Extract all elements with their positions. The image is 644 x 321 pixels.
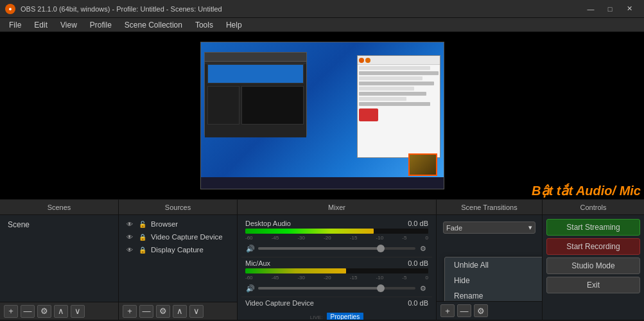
mixer-meter-desktop: [245, 229, 428, 234]
transitions-panel-header: Scene Transitions: [437, 200, 543, 214]
remove-scene-button[interactable]: —: [21, 305, 35, 318]
mixer-track-video-name: Video Capture Device: [245, 299, 314, 307]
titlebar: ● OBS 21.1.0 (64bit, windows) - Profile:…: [0, 0, 644, 18]
mic-settings-button[interactable]: ⚙: [418, 283, 428, 293]
mute-desktop-button[interactable]: 🔊: [245, 243, 256, 254]
menu-view[interactable]: View: [54, 18, 83, 32]
lock-icon: 🔒: [138, 245, 147, 254]
source-name-display-capture: Display Capture: [151, 246, 204, 254]
mixer-panel-header: Mixer: [238, 200, 437, 214]
minimize-button[interactable]: —: [581, 0, 600, 18]
maximize-button[interactable]: □: [600, 0, 620, 18]
app-icon: ●: [5, 4, 15, 14]
close-button[interactable]: ✕: [620, 0, 639, 18]
menu-profile[interactable]: Profile: [83, 18, 118, 32]
source-move-down-button[interactable]: ∨: [189, 305, 204, 318]
source-settings-button[interactable]: ⚙: [156, 305, 170, 318]
mute-mic-button[interactable]: 🔊: [245, 283, 256, 293]
transition-select[interactable]: Fade ▾: [443, 221, 535, 234]
desktop-settings-button[interactable]: ⚙: [418, 243, 428, 254]
start-recording-button[interactable]: Start Recording: [546, 238, 640, 255]
source-item-video-capture[interactable]: 👁 🔒 Video Capture Device: [121, 230, 234, 243]
scenes-panel-header: Scenes: [0, 200, 119, 214]
context-menu: Unhide All Hide Rename Filters Propertie…: [444, 257, 542, 301]
eye-icon: 👁: [125, 245, 134, 254]
lock-icon: 🔒: [138, 232, 147, 241]
menu-edit[interactable]: Edit: [28, 18, 54, 32]
mixer-meter-desktop-fill: [245, 229, 374, 234]
mixer-track-mic: Mic/Aux 0.0 dB -60-45-30-20-15-10-50 🔊 ⚙: [241, 257, 432, 297]
screen-window-content: [205, 64, 306, 137]
sources-footer: + — ⚙ ∧ ∨: [119, 302, 237, 320]
menu-help[interactable]: Help: [220, 18, 248, 32]
mixer-scale-mic: -60-45-30-20-15-10-50: [245, 275, 428, 281]
unlock-icon: 🔓: [138, 220, 147, 229]
remove-source-button[interactable]: —: [139, 305, 153, 318]
scene-item[interactable]: Scene: [3, 218, 116, 232]
source-move-up-button[interactable]: ∧: [173, 305, 187, 318]
mixer-content: Desktop Audio 0.0 dB -60-45-30-20-15-10-…: [238, 215, 436, 320]
source-item-browser[interactable]: 👁 🔓 Browser: [121, 218, 234, 230]
annotation-audio-mic: Bật tắt Audio/ Mic: [532, 183, 641, 198]
add-source-button[interactable]: +: [123, 305, 137, 318]
panels-content: Scene + — ⚙ ∧ ∨ 👁 🔓 Browser 👁 🔒 Video Ca…: [0, 215, 644, 320]
context-hide[interactable]: Hide: [445, 273, 542, 288]
transitions-content: Fade ▾ Unhide All Hide Rename Filters Pr…: [437, 215, 542, 301]
screen-taskbar: [201, 177, 444, 189]
source-name-video-capture: Video Capture Device: [151, 233, 223, 241]
exit-button[interactable]: Exit: [546, 277, 640, 293]
mixer-controls-desktop: 🔊 ⚙: [245, 242, 428, 255]
menu-scene-collection[interactable]: Scene Collection: [118, 18, 189, 32]
mixer-track-desktop-vol: 0.0 dB: [408, 220, 428, 227]
controls-panel: Start Streaming Start Recording Studio M…: [543, 215, 644, 320]
screen-window-browser: [357, 55, 440, 158]
screen-window-titlebar: [205, 53, 306, 62]
properties-menu-item[interactable]: Properties: [327, 313, 364, 320]
mixer-track-video-vol: 0.0 dB: [408, 299, 428, 307]
mixer-meter-mic-fill: [245, 268, 346, 273]
mixer-meter-mic: [245, 268, 428, 273]
screen-browser-content: [358, 65, 440, 157]
menu-tools[interactable]: Tools: [189, 18, 220, 32]
scene-move-up-button[interactable]: ∧: [54, 305, 68, 318]
window-title: OBS 21.1.0 (64bit, windows) - Profile: U…: [21, 5, 576, 13]
scenes-settings-button[interactable]: ⚙: [37, 305, 51, 318]
sources-list: 👁 🔓 Browser 👁 🔒 Video Capture Device 👁 🔒…: [119, 215, 237, 302]
mixer-track-mic-name: Mic/Aux: [245, 259, 270, 267]
source-item-display-capture[interactable]: 👁 🔒 Display Capture: [121, 243, 234, 256]
add-scene-button[interactable]: +: [4, 305, 18, 318]
transitions-footer: + — ⚙: [437, 301, 542, 320]
mixer-panel: Desktop Audio 0.0 dB -60-45-30-20-15-10-…: [238, 215, 437, 320]
scenes-panel: Scene + — ⚙ ∧ ∨: [0, 215, 119, 320]
eye-icon: 👁: [125, 220, 134, 229]
panel-headers: Scenes Sources Mixer Scene Transitions C…: [0, 199, 644, 215]
eye-icon: 👁: [125, 232, 134, 241]
mic-volume-slider[interactable]: [258, 287, 415, 290]
chevron-down-icon: ▾: [528, 223, 532, 232]
scene-move-down-button[interactable]: ∨: [71, 305, 85, 318]
webcam-overlay: [408, 153, 437, 176]
mixer-scale: -60-45-30-20-15-10-50: [245, 235, 428, 241]
add-transition-button[interactable]: +: [440, 304, 455, 317]
screen-window-obs: [204, 52, 307, 135]
mixer-track-video: Video Capture Device 0.0 dB LIVE: Proper…: [241, 297, 432, 320]
live-label: LIVE: Properties: [245, 308, 428, 320]
menu-file[interactable]: File: [3, 18, 28, 32]
context-rename[interactable]: Rename: [445, 288, 542, 301]
preview-screen: [201, 42, 444, 189]
preview-content: [200, 42, 444, 189]
context-unhide-all[interactable]: Unhide All: [445, 257, 542, 273]
mixer-track-desktop-name: Desktop Audio: [245, 220, 291, 227]
transition-settings-button[interactable]: ⚙: [474, 304, 488, 317]
desktop-volume-slider[interactable]: [258, 247, 415, 250]
source-name-browser: Browser: [151, 220, 178, 228]
mixer-track-desktop: Desktop Audio 0.0 dB -60-45-30-20-15-10-…: [241, 218, 432, 257]
scenes-footer: + — ⚙ ∧ ∨: [0, 302, 118, 320]
mixer-track-video-header: Video Capture Device 0.0 dB: [245, 299, 428, 307]
remove-transition-button[interactable]: —: [457, 304, 471, 317]
transitions-panel: Fade ▾ Unhide All Hide Rename Filters Pr…: [437, 215, 543, 320]
start-streaming-button[interactable]: Start Streaming: [546, 219, 640, 236]
mixer-controls-mic: 🔊 ⚙: [245, 282, 428, 295]
mixer-track-desktop-header: Desktop Audio 0.0 dB: [245, 220, 428, 227]
studio-mode-button[interactable]: Studio Mode: [546, 257, 640, 274]
